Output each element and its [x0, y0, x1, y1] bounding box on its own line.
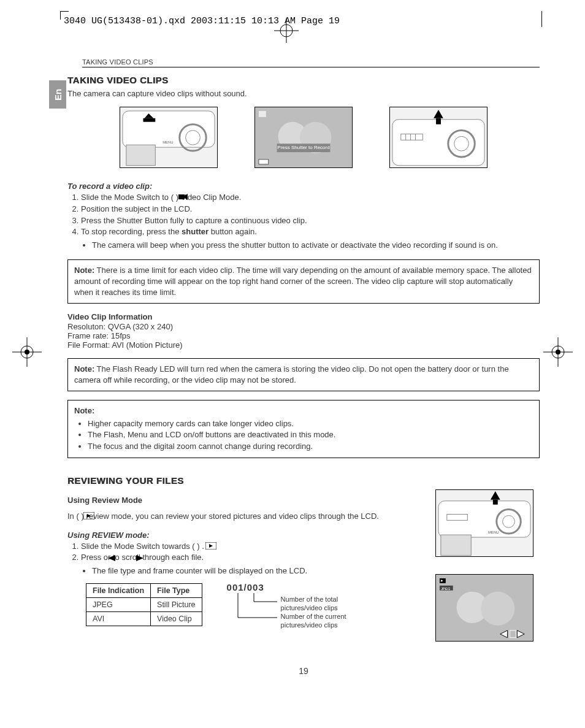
- step-2: Position the subject in the LCD.: [81, 204, 540, 215]
- review-step-1: Slide the Mode Switch towards ( ) .: [81, 541, 418, 552]
- review-intro: In ( ) review mode, you can review your …: [67, 511, 418, 522]
- svg-rect-26: [436, 118, 441, 125]
- using-review-steps-head: Using REVIEW mode:: [67, 531, 418, 540]
- review-step-2: Press or to scroll through each file.: [81, 552, 418, 563]
- note1-label: Note:: [74, 266, 94, 275]
- table-r2c1: AVI: [86, 612, 151, 626]
- registration-mark-top: [274, 18, 299, 43]
- record-sub-bullet: The camera will beep when you press the …: [92, 240, 540, 251]
- svg-text:JPEG: JPEG: [441, 587, 451, 591]
- counter-diagram: 001/003 Number of the total pictures/vid…: [227, 582, 386, 596]
- svg-marker-40: [136, 555, 143, 561]
- table-r1c2: Still Picture: [151, 598, 202, 612]
- vci-line-2: Frame rate: 15fps: [67, 331, 540, 340]
- note3-item-3: The focus and the digital zoom cannot ch…: [88, 441, 533, 452]
- svg-marker-38: [209, 544, 213, 548]
- note1-body: There is a time limit for each video cli…: [74, 266, 532, 297]
- svg-rect-50: [447, 515, 468, 521]
- svg-rect-21: [259, 111, 266, 117]
- using-review-mode-head: Using Review Mode: [67, 496, 418, 505]
- caption-current: Number of the current pictures/video cli…: [281, 613, 367, 629]
- table-r1c1: JPEG: [86, 598, 151, 612]
- lcd-overlay-text: Press Shutter to Record: [255, 145, 352, 150]
- play-mode-icon-small: [205, 542, 216, 553]
- svg-marker-36: [87, 514, 91, 518]
- registration-mark-left: [12, 337, 42, 369]
- review-step-1-text: Slide the Mode Switch towards ( ) .: [81, 542, 204, 551]
- note3-item-2: The Flash, Menu and LCD on/off buttons a…: [88, 429, 533, 440]
- language-tab: En: [49, 80, 66, 109]
- vci-head: Video Clip Information: [67, 312, 540, 321]
- figure-camera-top-2: [389, 107, 488, 168]
- review-intro-text: In ( ) review mode, you can review your …: [67, 512, 379, 521]
- figure-camera-review: MENU: [435, 489, 533, 557]
- svg-rect-12: [126, 145, 155, 166]
- review-sub-bullet: The file type and frame counter will be …: [92, 565, 418, 577]
- svg-marker-34: [185, 194, 188, 200]
- note-box-3: Note: Higher capacity memory cards can t…: [67, 400, 540, 458]
- registration-mark-right: [543, 337, 573, 369]
- svg-text:MENU: MENU: [162, 140, 173, 144]
- video-clip-info: Video Clip Information Resoluton: QVGA (…: [67, 312, 540, 350]
- svg-marker-25: [434, 110, 443, 118]
- figure-lcd-review: JPEG: [435, 574, 533, 642]
- svg-rect-16: [143, 118, 156, 122]
- step-4: To stop recording, press the shutter but…: [81, 226, 540, 237]
- note2-body: The Flash Ready LED will turn red when t…: [74, 364, 509, 385]
- step-4-pre: To stop recording, press the: [81, 227, 182, 236]
- svg-rect-22: [259, 159, 269, 164]
- step-3: Press the Shutter Button fully to captur…: [81, 215, 540, 226]
- intro-text: The camera can capture video clips witho…: [67, 89, 540, 98]
- step-4-bold: shutter: [182, 227, 208, 236]
- caption-total: Number of the total pictures/video clips: [281, 596, 367, 611]
- table-h2: File Type: [151, 584, 202, 598]
- svg-marker-39: [108, 555, 115, 561]
- svg-rect-29: [401, 134, 423, 140]
- svg-rect-33: [178, 194, 185, 199]
- record-steps-head: To record a video clip:: [67, 182, 540, 191]
- figure-row-1: MENU Press Shutter to Record: [67, 107, 540, 168]
- svg-marker-46: [491, 491, 500, 500]
- note2-label: Note:: [74, 364, 94, 374]
- file-type-table: File Indication File Type JPEG Still Pic…: [86, 583, 202, 626]
- figure-camera-top-1: MENU: [120, 107, 218, 168]
- note-box-1: Note: There is a time limit for each vid…: [67, 259, 540, 304]
- svg-rect-47: [493, 500, 498, 505]
- table-r2c2: Video Clip: [151, 612, 202, 626]
- step-1-text: Slide the Mode Switch to ( ) Video Clip …: [81, 193, 241, 202]
- left-arrow-icon: [108, 553, 115, 564]
- vci-line-1: Resoluton: QVGA (320 x 240): [67, 322, 540, 331]
- play-mode-icon: [83, 512, 94, 523]
- page-number: 19: [67, 666, 540, 676]
- review-sub-bullets: The file type and frame counter will be …: [67, 565, 418, 577]
- svg-rect-51: [441, 535, 471, 556]
- figure-lcd-preview: Press Shutter to Record: [254, 107, 353, 168]
- heading-taking-video-clips: TAKING VIDEO CLIPS: [67, 75, 540, 85]
- step-1: Slide the Mode Switch to ( ) Video Clip …: [81, 192, 540, 203]
- vci-line-3: File Format: AVI (Motion Picture): [67, 340, 540, 350]
- table-h1: File Indication: [86, 584, 151, 598]
- heading-reviewing-files: REVIEWING YOUR FILES: [67, 475, 540, 486]
- note-box-2: Note: The Flash Ready LED will turn red …: [67, 358, 540, 391]
- record-steps: Slide the Mode Switch to ( ) Video Clip …: [67, 192, 540, 237]
- review-steps: Slide the Mode Switch towards ( ) . Pres…: [67, 541, 418, 563]
- svg-text:MENU: MENU: [488, 531, 499, 534]
- step-4-post: button again.: [208, 227, 257, 236]
- record-sub-bullets: The camera will beep when you press the …: [67, 240, 540, 251]
- note3-label: Note:: [74, 405, 533, 416]
- video-mode-icon: [178, 193, 188, 204]
- running-head: TAKING VIDEO CLIPS: [82, 58, 540, 67]
- svg-rect-24: [392, 120, 484, 166]
- svg-point-55: [481, 592, 514, 626]
- crop-mark-tr: [533, 11, 542, 27]
- note3-item-1: Higher capacity memory cards can take lo…: [88, 418, 533, 429]
- right-arrow-icon: [136, 553, 143, 564]
